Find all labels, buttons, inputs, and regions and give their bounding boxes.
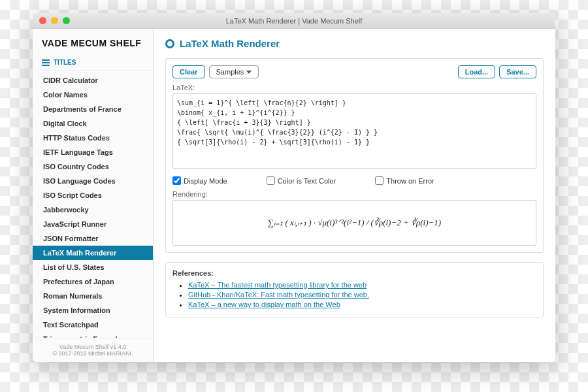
copyright-text: © 2017-2018 Michel MARIANI.: [38, 350, 148, 357]
display-mode-checkbox[interactable]: Display Mode: [172, 176, 227, 185]
toolbar: Clear Samples Load... Save...: [172, 65, 536, 78]
save-button[interactable]: Save...: [499, 65, 536, 78]
samples-label: Samples: [216, 68, 244, 76]
sidebar-item-3[interactable]: Digital Clock: [33, 116, 153, 131]
window-title: LaTeX Math Renderer | Vade Mecum Shelf: [33, 17, 555, 25]
sidebar-item-16[interactable]: System Information: [33, 303, 153, 318]
page-title: LaTeX Math Renderer: [180, 38, 280, 49]
brand: VADE MECUM SHELF: [33, 29, 153, 55]
reference-link-1[interactable]: GitHub - Khan/KaTeX: Fast math typesetti…: [188, 291, 369, 299]
sidebar-item-11[interactable]: JSON Formatter: [33, 231, 153, 246]
version-text: Vade Mecum Shelf v1.4.0: [38, 344, 148, 350]
references-panel: References KaTeX – The fastest math type…: [165, 262, 544, 318]
rendering-label: Rendering:: [172, 190, 536, 198]
sidebar-item-13[interactable]: List of U.S. States: [33, 260, 153, 274]
footer: Vade Mecum Shelf v1.4.0 © 2017-2018 Mich…: [33, 338, 153, 362]
sidebar-item-8[interactable]: ISO Script Codes: [33, 188, 153, 203]
content: VADE MECUM SHELF TITLES CIDR CalculatorC…: [33, 29, 555, 362]
reference-link-0[interactable]: KaTeX – The fastest math typesetting lib…: [188, 281, 367, 289]
sidebar-item-18[interactable]: Trigonometric Formulas: [33, 332, 153, 338]
latex-input[interactable]: [172, 93, 536, 169]
reference-item: KaTeX – a new way to display math on the…: [188, 301, 536, 308]
chevron-down-icon: [246, 71, 252, 74]
color-checkbox[interactable]: Color is Text Color: [267, 176, 336, 185]
page-header: LaTeX Math Renderer: [165, 38, 544, 49]
latex-label: LaTeX:: [172, 84, 536, 91]
clear-button[interactable]: Clear: [172, 65, 205, 78]
sidebar-item-4[interactable]: HTTP Status Codes: [33, 131, 153, 145]
nav-list: CIDR CalculatorColor NamesDepartments of…: [33, 71, 153, 338]
app-window: LaTeX Math Renderer | Vade Mecum Shelf V…: [33, 13, 555, 362]
titlebar: LaTeX Math Renderer | Vade Mecum Shelf: [33, 13, 555, 29]
sidebar-item-12[interactable]: LaTeX Math Renderer: [33, 246, 153, 260]
load-button[interactable]: Load...: [458, 65, 495, 78]
reference-item: KaTeX – The fastest math typesetting lib…: [188, 281, 536, 289]
throw-checkbox[interactable]: Throw on Error: [375, 176, 434, 185]
rendered-math: ∑ᵢ₌₁ ( xᵢ,ᵢ₊₁ ) · √μ(i)³ᐟ²(i²−1) / (∛ρ(i…: [268, 218, 441, 228]
sidebar-item-6[interactable]: ISO Country Codes: [33, 159, 153, 174]
reference-item: GitHub - Khan/KaTeX: Fast math typesetti…: [188, 291, 536, 299]
menu-icon: [42, 59, 50, 66]
sidebar: VADE MECUM SHELF TITLES CIDR CalculatorC…: [33, 29, 154, 362]
sidebar-item-14[interactable]: Prefectures of Japan: [33, 274, 153, 289]
sidebar-item-0[interactable]: CIDR Calculator: [33, 73, 153, 88]
sidebar-item-10[interactable]: JavaScript Runner: [33, 217, 153, 231]
rendering-output: ∑ᵢ₌₁ ( xᵢ,ᵢ₊₁ ) · √μ(i)³ᐟ²(i²−1) / (∛ρ(i…: [172, 200, 536, 246]
sidebar-item-2[interactable]: Departments of France: [33, 102, 153, 116]
sidebar-item-7[interactable]: ISO Language Codes: [33, 174, 153, 188]
options-row: Display Mode Color is Text Color Throw o…: [172, 176, 536, 185]
main: LaTeX Math Renderer Clear Samples Load..…: [154, 29, 555, 362]
sidebar-heading-label: TITLES: [54, 59, 76, 66]
samples-button[interactable]: Samples: [209, 65, 259, 78]
references-label: References: [172, 269, 536, 277]
sidebar-item-15[interactable]: Roman Numerals: [33, 289, 153, 303]
target-icon: [165, 39, 174, 48]
sidebar-item-5[interactable]: IETF Language Tags: [33, 145, 153, 159]
sidebar-item-17[interactable]: Text Scratchpad: [33, 318, 153, 332]
sidebar-heading: TITLES: [33, 55, 153, 71]
sidebar-item-9[interactable]: Jabberwocky: [33, 203, 153, 217]
editor-panel: Clear Samples Load... Save... LaTeX: Dis…: [165, 58, 544, 253]
sidebar-item-1[interactable]: Color Names: [33, 88, 153, 102]
reference-link-2[interactable]: KaTeX – a new way to display math on the…: [188, 301, 340, 308]
references-list: KaTeX – The fastest math typesetting lib…: [172, 281, 536, 308]
